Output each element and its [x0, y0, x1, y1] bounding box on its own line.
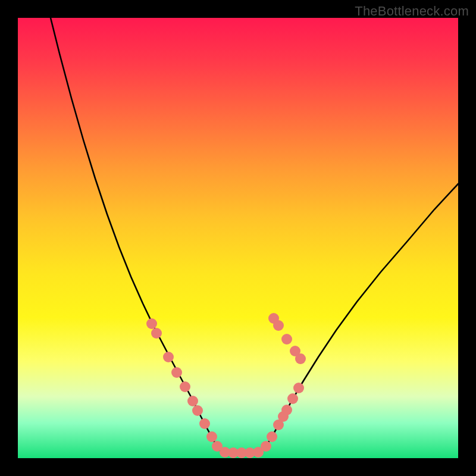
data-marker	[267, 431, 277, 442]
data-markers	[146, 313, 306, 458]
data-marker	[163, 352, 174, 362]
data-marker	[171, 367, 182, 378]
data-marker	[281, 405, 292, 415]
data-marker	[151, 328, 162, 339]
data-marker	[295, 353, 306, 364]
data-marker	[199, 418, 210, 429]
bottleneck-curve	[51, 18, 458, 453]
data-marker	[187, 396, 198, 406]
chart-plot-area	[18, 18, 458, 458]
data-marker	[261, 441, 271, 452]
data-marker	[293, 383, 304, 393]
data-marker	[273, 320, 284, 331]
data-marker	[281, 334, 292, 345]
chart-svg	[18, 18, 458, 458]
data-marker	[146, 318, 157, 329]
data-marker	[206, 431, 217, 442]
data-marker	[180, 381, 190, 392]
chart-frame: TheBottleneck.com	[0, 0, 476, 476]
watermark-text: TheBottleneck.com	[355, 4, 469, 19]
data-marker	[287, 393, 298, 404]
data-marker	[192, 405, 203, 416]
